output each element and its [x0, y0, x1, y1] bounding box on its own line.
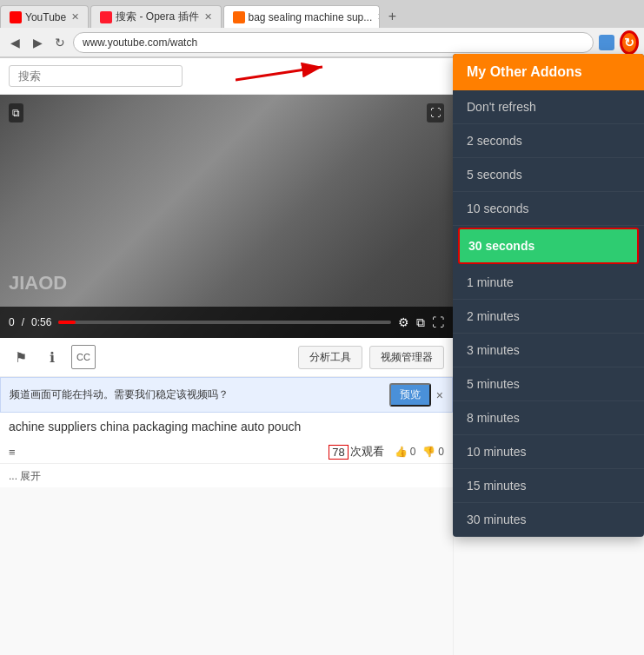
- manage-button[interactable]: 视频管理器: [369, 346, 444, 369]
- view-count-prefix: ≡: [9, 446, 16, 459]
- expand-video-icon[interactable]: ⛶: [427, 103, 444, 122]
- notification-preview-button[interactable]: 预览: [389, 383, 431, 407]
- thumbup-icon: 👍: [395, 446, 408, 458]
- video-frame: [0, 95, 453, 338]
- extension-icon-1[interactable]: [597, 33, 616, 52]
- address-bar: ◀ ▶ ↻ ↻: [0, 28, 644, 57]
- time-current: 0: [9, 316, 15, 328]
- tab-youtube[interactable]: YouTube ✕: [0, 5, 89, 28]
- progress-fill: [58, 321, 75, 324]
- dropdown-item-3[interactable]: 10 seconds: [453, 192, 644, 226]
- back-button[interactable]: ◀: [5, 33, 24, 52]
- expand-row: ... 展开: [0, 464, 453, 487]
- time-total: 0:56: [31, 316, 51, 328]
- dropdown-item-7[interactable]: 3 minutes: [453, 334, 644, 367]
- main-content: JIAOD ⛶ ⧉ 0 / 0:56 ⚙ ⧉ ⛶ ⚑ ℹ CC: [0, 58, 453, 655]
- forward-button[interactable]: ▶: [28, 33, 47, 52]
- view-count: 78: [329, 445, 348, 460]
- dislike-count: 0: [438, 446, 444, 458]
- pip-control-icon[interactable]: ⧉: [416, 315, 425, 330]
- stats-row: ≡ 78 次观看 👍 0 👎 0: [0, 440, 453, 464]
- dropdown-item-6[interactable]: 2 minutes: [453, 300, 644, 334]
- dropdown-item-2[interactable]: 5 seconds: [453, 158, 644, 192]
- info-icon[interactable]: ℹ: [40, 345, 64, 369]
- cc-icon[interactable]: CC: [71, 345, 96, 369]
- tab-active-label: bag sealing machine sup...: [249, 11, 373, 23]
- video-controls: 0 / 0:56 ⚙ ⧉ ⛶: [0, 307, 453, 338]
- dropdown-item-9[interactable]: 8 minutes: [453, 401, 644, 435]
- video-watermark: JIAOD: [9, 272, 67, 294]
- video-container[interactable]: JIAOD ⛶ ⧉ 0 / 0:56 ⚙ ⧉ ⛶: [0, 95, 453, 338]
- notification-text: 频道画面可能在抖动。需要我们稳定该视频吗？: [10, 387, 382, 402]
- search-input[interactable]: [9, 65, 183, 87]
- tab-bar: YouTube ✕ 搜索 - Opera 插件 ✕ bag sealing ma…: [0, 0, 644, 28]
- new-tab-button[interactable]: +: [382, 5, 404, 28]
- search-bar-area: [0, 58, 453, 95]
- opera-favicon: [100, 11, 112, 23]
- tab-youtube-close[interactable]: ✕: [71, 11, 79, 23]
- dropdown-menu: My Other Addons Don't refresh 2 seconds …: [453, 54, 644, 537]
- dropdown-item-1[interactable]: 2 seconds: [453, 124, 644, 158]
- tab-opera-label: 搜索 - Opera 插件: [116, 10, 198, 24]
- time-separator: /: [22, 316, 24, 328]
- expand-link[interactable]: ... 展开: [9, 470, 41, 482]
- video-title: achine suppliers china packaging machine…: [9, 420, 444, 433]
- address-input[interactable]: [73, 32, 594, 53]
- video-actions-row: ⚑ ℹ CC 分析工具 视频管理器: [0, 338, 453, 377]
- pip-icon[interactable]: ⧉: [9, 103, 23, 122]
- youtube-favicon: [10, 11, 22, 23]
- tab-active-close[interactable]: ✕: [377, 11, 379, 23]
- dropdown-header: My Other Addons: [453, 54, 644, 90]
- extension-icon-refresh[interactable]: ↻: [620, 33, 639, 52]
- notification-bar: 频道画面可能在抖动。需要我们稳定该视频吗？ 预览 ×: [0, 377, 453, 413]
- dropdown-item-8[interactable]: 5 minutes: [453, 367, 644, 401]
- tab-youtube-label: YouTube: [25, 11, 66, 23]
- settings-control-icon[interactable]: ⚙: [398, 315, 409, 329]
- dropdown-item-10[interactable]: 10 minutes: [453, 435, 644, 469]
- analyze-button[interactable]: 分析工具: [298, 346, 362, 369]
- like-count: 0: [410, 446, 416, 458]
- browser-chrome: YouTube ✕ 搜索 - Opera 插件 ✕ bag sealing ma…: [0, 0, 644, 58]
- tab-opera-close[interactable]: ✕: [204, 11, 212, 23]
- fullscreen-control-icon[interactable]: ⛶: [432, 315, 444, 329]
- dropdown-item-4-active[interactable]: 30 seconds: [458, 228, 639, 264]
- dropdown-item-5[interactable]: 1 minute: [453, 266, 644, 300]
- dropdown-item-12[interactable]: 30 minutes: [453, 503, 644, 537]
- notification-close-button[interactable]: ×: [436, 388, 443, 402]
- video-title-area: achine suppliers china packaging machine…: [0, 413, 453, 440]
- stats-left: ≡: [9, 446, 16, 459]
- flag-icon[interactable]: ⚑: [9, 345, 33, 369]
- tab-active[interactable]: bag sealing machine sup... ✕: [223, 5, 380, 28]
- refresh-addon-icon[interactable]: ↻: [620, 30, 639, 55]
- progress-bar[interactable]: [58, 321, 391, 324]
- dropdown-item-11[interactable]: 15 minutes: [453, 469, 644, 503]
- active-favicon: [233, 11, 245, 23]
- dropdown-item-0[interactable]: Don't refresh: [453, 90, 644, 124]
- dislike-button[interactable]: 👎 0: [422, 446, 444, 458]
- like-button[interactable]: 👍 0: [395, 446, 416, 458]
- thumbdown-icon: 👎: [422, 446, 435, 458]
- reload-button[interactable]: ↻: [50, 33, 70, 52]
- tab-opera[interactable]: 搜索 - Opera 插件 ✕: [90, 5, 221, 28]
- view-suffix: 次观看: [350, 444, 384, 460]
